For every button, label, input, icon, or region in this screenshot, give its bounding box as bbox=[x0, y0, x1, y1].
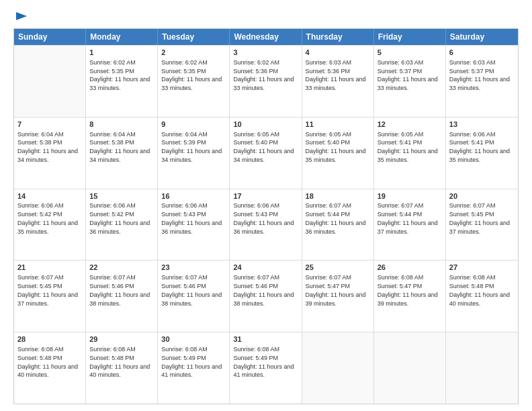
cell-info: Sunrise: 6:08 AMSunset: 5:48 PMDaylight:… bbox=[449, 274, 510, 306]
calendar: Sunday Monday Tuesday Wednesday Thursday… bbox=[13, 28, 519, 404]
calendar-cell: 18Sunrise: 6:07 AMSunset: 5:44 PMDayligh… bbox=[302, 189, 374, 261]
calendar-cell: 14Sunrise: 6:06 AMSunset: 5:42 PMDayligh… bbox=[14, 189, 86, 261]
cell-info: Sunrise: 6:02 AMSunset: 5:36 PMDaylight:… bbox=[233, 59, 294, 91]
cell-info: Sunrise: 6:05 AMSunset: 5:40 PMDaylight:… bbox=[306, 131, 366, 163]
calendar-row-4: 28Sunrise: 6:08 AMSunset: 5:48 PMDayligh… bbox=[14, 332, 518, 404]
calendar-cell: 3Sunrise: 6:02 AMSunset: 5:36 PMDaylight… bbox=[230, 46, 302, 117]
cell-info: Sunrise: 6:07 AMSunset: 5:45 PMDaylight:… bbox=[449, 202, 510, 234]
header-saturday: Saturday bbox=[446, 29, 518, 45]
day-number: 11 bbox=[306, 120, 370, 130]
cell-info: Sunrise: 6:08 AMSunset: 5:49 PMDaylight:… bbox=[233, 346, 294, 378]
day-number: 30 bbox=[161, 334, 226, 345]
cell-info: Sunrise: 6:03 AMSunset: 5:36 PMDaylight:… bbox=[306, 59, 366, 91]
calendar-cell: 11Sunrise: 6:05 AMSunset: 5:40 PMDayligh… bbox=[302, 118, 374, 189]
day-number: 7 bbox=[17, 120, 82, 130]
day-number: 5 bbox=[378, 48, 442, 58]
day-number: 2 bbox=[161, 48, 226, 58]
calendar-cell: 7Sunrise: 6:04 AMSunset: 5:38 PMDaylight… bbox=[14, 118, 86, 189]
cell-info: Sunrise: 6:08 AMSunset: 5:48 PMDaylight:… bbox=[17, 346, 78, 378]
header-sunday: Sunday bbox=[14, 29, 86, 45]
day-number: 9 bbox=[161, 120, 226, 130]
day-number: 1 bbox=[89, 48, 154, 58]
cell-info: Sunrise: 6:04 AMSunset: 5:39 PMDaylight:… bbox=[161, 131, 222, 163]
day-number: 26 bbox=[378, 263, 442, 273]
calendar-cell: 28Sunrise: 6:08 AMSunset: 5:48 PMDayligh… bbox=[14, 332, 86, 404]
header-monday: Monday bbox=[86, 29, 158, 45]
calendar-cell: 8Sunrise: 6:04 AMSunset: 5:38 PMDaylight… bbox=[86, 118, 158, 189]
calendar-cell: 12Sunrise: 6:05 AMSunset: 5:41 PMDayligh… bbox=[374, 118, 446, 189]
cell-info: Sunrise: 6:07 AMSunset: 5:46 PMDaylight:… bbox=[233, 274, 294, 306]
day-number: 3 bbox=[233, 48, 298, 58]
calendar-cell: 23Sunrise: 6:07 AMSunset: 5:46 PMDayligh… bbox=[158, 261, 230, 332]
calendar-cell: 26Sunrise: 6:08 AMSunset: 5:47 PMDayligh… bbox=[374, 261, 446, 332]
calendar-cell: 31Sunrise: 6:08 AMSunset: 5:49 PMDayligh… bbox=[230, 332, 302, 404]
calendar-cell: 19Sunrise: 6:07 AMSunset: 5:44 PMDayligh… bbox=[374, 189, 446, 261]
calendar-cell: 27Sunrise: 6:08 AMSunset: 5:48 PMDayligh… bbox=[446, 261, 518, 332]
cell-info: Sunrise: 6:07 AMSunset: 5:47 PMDaylight:… bbox=[306, 274, 366, 306]
calendar-cell bbox=[302, 332, 374, 404]
cell-info: Sunrise: 6:04 AMSunset: 5:38 PMDaylight:… bbox=[17, 131, 78, 163]
calendar-cell bbox=[374, 332, 446, 404]
header-tuesday: Tuesday bbox=[158, 29, 230, 45]
svg-marker-0 bbox=[16, 12, 27, 20]
day-number: 29 bbox=[89, 334, 154, 345]
calendar-row-0: 1Sunrise: 6:02 AMSunset: 5:35 PMDaylight… bbox=[14, 45, 518, 117]
calendar-cell: 30Sunrise: 6:08 AMSunset: 5:49 PMDayligh… bbox=[158, 332, 230, 404]
day-number: 31 bbox=[233, 334, 298, 345]
cell-info: Sunrise: 6:06 AMSunset: 5:43 PMDaylight:… bbox=[161, 202, 222, 234]
page: Sunday Monday Tuesday Wednesday Thursday… bbox=[0, 0, 532, 411]
cell-info: Sunrise: 6:08 AMSunset: 5:49 PMDaylight:… bbox=[161, 346, 222, 378]
day-number: 22 bbox=[89, 263, 154, 273]
cell-info: Sunrise: 6:04 AMSunset: 5:38 PMDaylight:… bbox=[89, 131, 150, 163]
cell-info: Sunrise: 6:08 AMSunset: 5:47 PMDaylight:… bbox=[378, 274, 438, 306]
calendar-cell: 29Sunrise: 6:08 AMSunset: 5:48 PMDayligh… bbox=[86, 332, 158, 404]
cell-info: Sunrise: 6:02 AMSunset: 5:35 PMDaylight:… bbox=[161, 59, 222, 91]
day-number: 10 bbox=[233, 120, 298, 130]
calendar-row-2: 14Sunrise: 6:06 AMSunset: 5:42 PMDayligh… bbox=[14, 189, 518, 261]
cell-info: Sunrise: 6:07 AMSunset: 5:45 PMDaylight:… bbox=[17, 274, 78, 306]
logo bbox=[13, 11, 27, 23]
calendar-cell: 15Sunrise: 6:06 AMSunset: 5:42 PMDayligh… bbox=[86, 189, 158, 261]
day-number: 20 bbox=[449, 191, 515, 201]
cell-info: Sunrise: 6:06 AMSunset: 5:43 PMDaylight:… bbox=[233, 202, 294, 234]
calendar-cell: 21Sunrise: 6:07 AMSunset: 5:45 PMDayligh… bbox=[14, 261, 86, 332]
calendar-cell bbox=[446, 332, 518, 404]
logo-flag-icon bbox=[15, 11, 28, 23]
header bbox=[13, 11, 519, 23]
cell-info: Sunrise: 6:05 AMSunset: 5:40 PMDaylight:… bbox=[233, 131, 294, 163]
cell-info: Sunrise: 6:07 AMSunset: 5:46 PMDaylight:… bbox=[89, 274, 150, 306]
cell-info: Sunrise: 6:03 AMSunset: 5:37 PMDaylight:… bbox=[378, 59, 438, 91]
calendar-cell: 10Sunrise: 6:05 AMSunset: 5:40 PMDayligh… bbox=[230, 118, 302, 189]
cell-info: Sunrise: 6:07 AMSunset: 5:46 PMDaylight:… bbox=[161, 274, 222, 306]
calendar-cell: 25Sunrise: 6:07 AMSunset: 5:47 PMDayligh… bbox=[302, 261, 374, 332]
calendar-cell: 13Sunrise: 6:06 AMSunset: 5:41 PMDayligh… bbox=[446, 118, 518, 189]
day-number: 15 bbox=[89, 191, 154, 201]
calendar-cell: 4Sunrise: 6:03 AMSunset: 5:36 PMDaylight… bbox=[302, 46, 374, 117]
calendar-cell: 22Sunrise: 6:07 AMSunset: 5:46 PMDayligh… bbox=[86, 261, 158, 332]
calendar-header: Sunday Monday Tuesday Wednesday Thursday… bbox=[14, 29, 518, 45]
day-number: 13 bbox=[449, 120, 515, 130]
day-number: 14 bbox=[17, 191, 82, 201]
day-number: 17 bbox=[233, 191, 298, 201]
calendar-cell: 20Sunrise: 6:07 AMSunset: 5:45 PMDayligh… bbox=[446, 189, 518, 261]
calendar-cell: 6Sunrise: 6:03 AMSunset: 5:37 PMDaylight… bbox=[446, 46, 518, 117]
day-number: 4 bbox=[306, 48, 370, 58]
cell-info: Sunrise: 6:07 AMSunset: 5:44 PMDaylight:… bbox=[306, 202, 366, 234]
day-number: 18 bbox=[306, 191, 370, 201]
calendar-cell: 24Sunrise: 6:07 AMSunset: 5:46 PMDayligh… bbox=[230, 261, 302, 332]
cell-info: Sunrise: 6:07 AMSunset: 5:44 PMDaylight:… bbox=[378, 202, 438, 234]
day-number: 12 bbox=[378, 120, 442, 130]
cell-info: Sunrise: 6:06 AMSunset: 5:42 PMDaylight:… bbox=[89, 202, 150, 234]
calendar-cell: 5Sunrise: 6:03 AMSunset: 5:37 PMDaylight… bbox=[374, 46, 446, 117]
cell-info: Sunrise: 6:06 AMSunset: 5:41 PMDaylight:… bbox=[449, 131, 510, 163]
calendar-row-1: 7Sunrise: 6:04 AMSunset: 5:38 PMDaylight… bbox=[14, 117, 518, 189]
calendar-cell: 1Sunrise: 6:02 AMSunset: 5:35 PMDaylight… bbox=[86, 46, 158, 117]
calendar-row-3: 21Sunrise: 6:07 AMSunset: 5:45 PMDayligh… bbox=[14, 260, 518, 332]
cell-info: Sunrise: 6:02 AMSunset: 5:35 PMDaylight:… bbox=[89, 59, 150, 91]
calendar-cell: 2Sunrise: 6:02 AMSunset: 5:35 PMDaylight… bbox=[158, 46, 230, 117]
calendar-body: 1Sunrise: 6:02 AMSunset: 5:35 PMDaylight… bbox=[14, 45, 518, 404]
day-number: 16 bbox=[161, 191, 226, 201]
day-number: 19 bbox=[378, 191, 442, 201]
calendar-cell: 9Sunrise: 6:04 AMSunset: 5:39 PMDaylight… bbox=[158, 118, 230, 189]
day-number: 21 bbox=[17, 263, 82, 273]
